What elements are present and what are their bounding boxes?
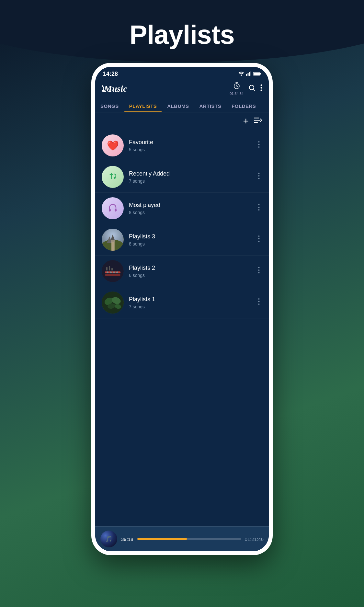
playlist-count-recently: 7 songs (129, 178, 256, 184)
svg-rect-15 (254, 122, 258, 123)
progress-bar-fill (137, 538, 187, 540)
playlist-thumb-3 (102, 229, 124, 251)
playlist-more-1[interactable] (256, 295, 262, 310)
playlist-item-recently-added[interactable]: Recently Added 7 songs (95, 161, 269, 193)
search-icon[interactable] (248, 84, 256, 94)
playlist-more-most[interactable] (256, 201, 262, 215)
more-options-icon[interactable] (260, 84, 262, 94)
svg-rect-1 (246, 74, 247, 76)
svg-point-10 (261, 85, 262, 86)
now-playing-current-time: 39:18 (121, 536, 133, 542)
phone-frame: 14:28 (91, 63, 273, 555)
playlist-item-most-played[interactable]: Most played 8 songs (95, 193, 269, 224)
svg-point-27 (258, 209, 260, 211)
timer-value: 01:34:34 (230, 92, 244, 96)
svg-rect-43 (106, 267, 108, 270)
svg-point-0 (241, 74, 242, 76)
playlist-name-3: Playlists 3 (129, 233, 256, 240)
svg-rect-23 (109, 209, 111, 212)
svg-point-39 (107, 271, 108, 273)
now-playing-thumbnail (100, 531, 117, 547)
status-time: 14:28 (103, 71, 118, 77)
playlist-item-3[interactable]: Playlists 3 8 songs (95, 224, 269, 256)
svg-point-55 (258, 301, 260, 302)
svg-point-16 (258, 141, 260, 143)
playlist-name-recently: Recently Added (129, 170, 256, 177)
svg-point-34 (258, 238, 260, 239)
headphones-icon (107, 202, 119, 215)
playlist-thumb-2 (102, 260, 124, 282)
svg-point-47 (258, 269, 260, 271)
playlist-count-2: 6 songs (129, 273, 256, 278)
svg-rect-32 (112, 242, 114, 251)
svg-point-11 (261, 87, 262, 89)
playlist-name-most: Most played (129, 202, 256, 209)
playlist-name-1: Playlists 1 (129, 296, 256, 303)
tab-songs[interactable]: SONGS (95, 100, 124, 112)
svg-point-18 (258, 146, 260, 148)
svg-rect-3 (249, 72, 250, 76)
playlist-info-recently: Recently Added 7 songs (129, 170, 256, 184)
svg-rect-44 (109, 266, 110, 270)
action-bar: + (95, 112, 269, 130)
svg-point-17 (258, 144, 260, 145)
svg-rect-6 (260, 73, 261, 74)
nav-tabs: SONGS PLAYLISTS ALBUMS ARTISTS FOLDERS (95, 100, 269, 112)
timer-icon (233, 82, 241, 91)
svg-point-9 (249, 85, 254, 90)
playlist-more-favourite[interactable] (256, 138, 262, 153)
svg-rect-4 (251, 71, 252, 76)
progress-bar-container[interactable] (137, 538, 241, 540)
playlist-thumb-favourite: ❤️ (102, 134, 124, 156)
svg-rect-38 (105, 274, 120, 276)
sort-playlists-button[interactable] (253, 116, 262, 126)
svg-point-40 (110, 271, 112, 273)
now-playing-total-time: 01:21:46 (245, 536, 264, 542)
svg-point-26 (258, 207, 260, 208)
playlist-item-2[interactable]: Playlists 2 6 songs (95, 256, 269, 287)
playlist-name-2: Playlists 2 (129, 265, 256, 271)
svg-point-54 (258, 298, 260, 300)
battery-icon (253, 72, 261, 77)
playlist-more-2[interactable] (256, 264, 262, 278)
now-playing-bar[interactable]: 39:18 01:21:46 (95, 526, 269, 551)
playlist-item-1[interactable]: Playlists 1 7 songs (95, 287, 269, 318)
signal-icon (246, 71, 251, 77)
playlist-info-2: Playlists 2 6 songs (129, 265, 256, 278)
svg-point-22 (258, 178, 260, 179)
tab-artists[interactable]: ARTISTS (194, 100, 227, 112)
playlist-info-1: Playlists 1 7 songs (129, 296, 256, 309)
phone-screen: 14:28 (95, 67, 269, 551)
svg-point-48 (258, 272, 260, 273)
header-right: 01:34:34 (230, 82, 262, 96)
svg-rect-7 (254, 73, 260, 75)
playlist-info-most: Most played 8 songs (129, 202, 256, 215)
svg-point-20 (258, 173, 260, 174)
playlist-thumb-recently (102, 166, 124, 188)
playlist-more-3[interactable] (256, 233, 262, 247)
svg-rect-45 (111, 268, 113, 270)
tab-albums[interactable]: ALBUMS (162, 100, 194, 112)
playlist-item-favourite[interactable]: ❤️ Favourite 5 songs (95, 130, 269, 161)
status-icons (238, 71, 261, 77)
svg-point-56 (258, 304, 260, 305)
playlist-more-recently[interactable] (256, 170, 262, 184)
tab-playlists[interactable]: PLAYLISTS (124, 100, 162, 112)
tab-folders[interactable]: FOLDERS (226, 100, 261, 112)
playlist-info-favourite: Favourite 5 songs (129, 139, 256, 152)
playlist-info-3: Playlists 3 8 songs (129, 233, 256, 246)
wifi-icon (238, 71, 244, 77)
svg-rect-2 (248, 73, 249, 76)
music-add-icon (108, 171, 118, 183)
app-header: 𝅘𝅥𝅮 Music 01:34:34 (95, 79, 269, 100)
svg-point-33 (258, 235, 260, 237)
svg-point-46 (258, 267, 260, 268)
add-playlist-button[interactable]: + (243, 116, 249, 127)
svg-point-21 (258, 175, 260, 177)
playlist-list: ❤️ Favourite 5 songs (95, 130, 269, 526)
playlist-count-favourite: 5 songs (129, 147, 256, 152)
playlist-name-favourite: Favourite (129, 139, 256, 146)
svg-point-35 (258, 241, 260, 242)
heart-icon: ❤️ (107, 140, 119, 151)
timer-button[interactable]: 01:34:34 (230, 82, 244, 96)
